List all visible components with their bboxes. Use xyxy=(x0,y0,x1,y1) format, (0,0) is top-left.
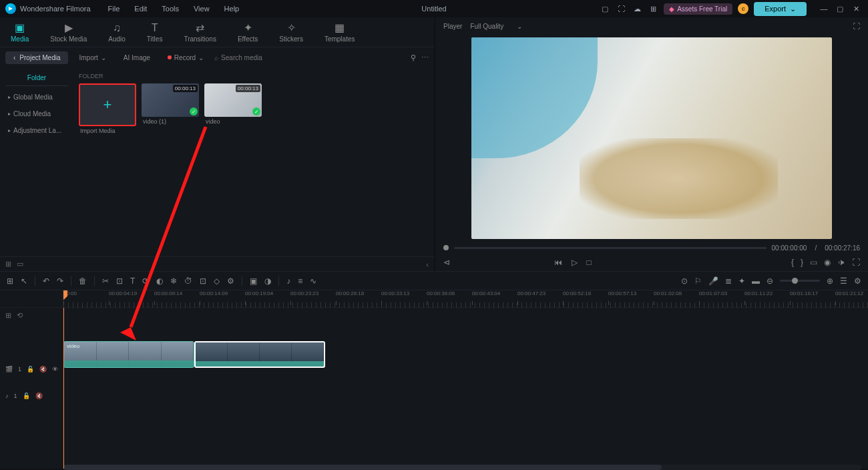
tab-templates[interactable]: ▦Templates xyxy=(319,19,361,45)
ai-image-button[interactable]: AI Image xyxy=(117,51,157,64)
sidebar-adjustment-layer[interactable]: ▸Adjustment La... xyxy=(0,122,73,139)
auto-icon[interactable]: ≣ xyxy=(725,276,732,286)
track-icon[interactable]: ▬ xyxy=(752,276,760,286)
playhead-dot[interactable] xyxy=(443,245,449,250)
video-track-header[interactable]: 🎬1 🔓 🔇 👁 xyxy=(0,356,63,383)
export-button[interactable]: Export⌄ xyxy=(754,2,807,16)
search-input[interactable] xyxy=(221,54,288,61)
audio-icon[interactable]: ♪ xyxy=(286,276,290,286)
color-icon[interactable]: ◐ xyxy=(156,276,163,286)
credits-icon[interactable]: c xyxy=(738,3,748,14)
media-clip-2[interactable]: 00:00:13✓ video xyxy=(204,83,262,134)
eye-icon[interactable]: 👁 xyxy=(52,366,58,373)
prev-frame-icon[interactable]: ⊲ xyxy=(443,258,450,267)
apps-icon[interactable]: ⊞ xyxy=(648,3,658,14)
smart-icon[interactable]: ✦ xyxy=(738,276,745,286)
quality-dropdown[interactable]: Full Quality⌄ xyxy=(470,23,522,30)
timeline-body[interactable]: 00:0000:00:04:1900:00:09:1400:00:14:0900… xyxy=(63,290,868,469)
menu-edit[interactable]: Edit xyxy=(128,2,154,15)
capture-icon[interactable]: ◉ xyxy=(824,258,831,267)
import-media-tile[interactable]: + Import Media xyxy=(79,83,136,134)
collapse-icon[interactable]: ‹ xyxy=(426,260,429,268)
stop-icon[interactable]: □ xyxy=(587,258,592,267)
audio-track[interactable] xyxy=(63,368,868,395)
settings-icon[interactable]: ⚙ xyxy=(854,276,861,286)
search-media[interactable]: ⌕ xyxy=(214,54,288,61)
sidebar-global-media[interactable]: ▸Global Media xyxy=(0,89,73,105)
snapshot-icon[interactable]: ⛶ xyxy=(853,22,860,30)
tab-transitions[interactable]: ⇄Transitions xyxy=(178,19,222,45)
devices-icon[interactable]: ▢ xyxy=(600,3,610,14)
adjust-icon[interactable]: ⚙ xyxy=(227,276,234,286)
keyframe-icon[interactable]: ◇ xyxy=(214,276,220,286)
timeline-link-icon[interactable]: ⟲ xyxy=(17,311,23,320)
timer-icon[interactable]: ⏱ xyxy=(184,276,192,286)
zoom-slider[interactable] xyxy=(780,280,820,282)
undo-icon[interactable]: ↶ xyxy=(43,276,49,286)
mark-out-icon[interactable]: } xyxy=(801,258,803,267)
zoom-out-icon[interactable]: ⊖ xyxy=(767,276,773,286)
render-icon[interactable]: ⊙ xyxy=(681,276,688,286)
tab-titles[interactable]: TTitles xyxy=(142,19,168,45)
delete-icon[interactable]: 🗑 xyxy=(79,276,87,286)
timeline-clip-1[interactable]: video xyxy=(63,341,194,368)
new-folder-icon[interactable]: ⊞ xyxy=(5,260,11,268)
aspect-icon[interactable]: ▭ xyxy=(810,258,817,267)
sections-icon[interactable]: ⊞ xyxy=(7,276,13,286)
folder-icon[interactable]: ▭ xyxy=(17,260,23,268)
project-media-dropdown[interactable]: ‹Project Media xyxy=(5,51,68,64)
timeline-scrollbar[interactable] xyxy=(63,465,861,470)
play-icon[interactable]: ▷ xyxy=(572,258,578,267)
menu-file[interactable]: File xyxy=(101,2,127,15)
tab-stickers[interactable]: ✧Stickers xyxy=(274,19,308,45)
record-dropdown[interactable]: Record⌄ xyxy=(161,51,210,64)
crop-icon[interactable]: ⊡ xyxy=(116,276,123,286)
text-icon[interactable]: T xyxy=(130,276,135,286)
audio-track-header[interactable]: ♪1 🔓 🔇 xyxy=(0,383,63,409)
chroma-icon[interactable]: ▣ xyxy=(250,276,257,286)
folder-tab[interactable]: Folder xyxy=(5,70,68,86)
step-back-icon[interactable]: ⏮ xyxy=(554,258,562,267)
assets-free-trial-button[interactable]: ◆Assets Free Trial xyxy=(664,3,732,15)
marker-icon[interactable]: ⚐ xyxy=(694,276,702,286)
filter-icon[interactable]: ⚲ xyxy=(411,53,416,62)
player-progress[interactable]: 00:00:00:00 / 00:00:27:16 xyxy=(435,242,868,254)
timeline-clip-2[interactable] xyxy=(194,341,325,368)
freeze-icon[interactable]: ❄ xyxy=(170,276,177,286)
lock-icon[interactable]: 🔓 xyxy=(23,393,30,399)
denoise-icon[interactable]: ∿ xyxy=(310,276,316,286)
playhead[interactable] xyxy=(63,308,64,469)
menu-help[interactable]: Help xyxy=(218,2,246,15)
minimize-button[interactable]: — xyxy=(817,2,831,15)
tab-audio[interactable]: ♫Audio xyxy=(103,19,131,45)
lock-icon[interactable]: 🔓 xyxy=(27,366,34,373)
mute-icon[interactable]: 🔇 xyxy=(35,393,43,399)
progress-track[interactable] xyxy=(454,247,767,249)
zoom-in-icon[interactable]: ⊕ xyxy=(827,276,833,286)
import-dropdown[interactable]: Import⌄ xyxy=(72,51,112,64)
maximize-button[interactable]: ▢ xyxy=(833,2,847,15)
redo-icon[interactable]: ↷ xyxy=(57,276,63,286)
voiceover-icon[interactable]: 🎤 xyxy=(708,276,718,286)
mark-in-icon[interactable]: { xyxy=(791,258,794,267)
video-track[interactable]: video xyxy=(63,341,868,368)
tab-stock-media[interactable]: ▶Stock Media xyxy=(45,19,92,45)
timeline-lock-icon[interactable]: ⊞ xyxy=(5,311,11,320)
tab-media[interactable]: ▣Media xyxy=(5,19,34,45)
speed-icon[interactable]: ⟳ xyxy=(142,276,149,286)
mixer-icon[interactable]: ≡ xyxy=(298,276,302,286)
photo-icon[interactable]: ⛶ xyxy=(616,3,626,14)
volume-icon[interactable]: 🕩 xyxy=(837,258,845,267)
menu-tools[interactable]: Tools xyxy=(155,2,186,15)
tab-effects[interactable]: ✦Effects xyxy=(232,19,263,45)
view-icon[interactable]: ☰ xyxy=(840,276,847,286)
detect-icon[interactable]: ⊡ xyxy=(200,276,206,286)
more-icon[interactable]: ⋯ xyxy=(421,53,429,62)
sidebar-cloud-media[interactable]: ▸Cloud Media xyxy=(0,105,73,122)
mask-icon[interactable]: ◑ xyxy=(264,276,271,286)
mute-icon[interactable]: 🔇 xyxy=(39,366,47,373)
close-button[interactable]: ✕ xyxy=(849,2,863,15)
cut-icon[interactable]: ✂ xyxy=(102,276,109,286)
menu-view[interactable]: View xyxy=(187,2,216,15)
media-clip-1[interactable]: 00:00:13✓ video (1) xyxy=(142,83,199,134)
